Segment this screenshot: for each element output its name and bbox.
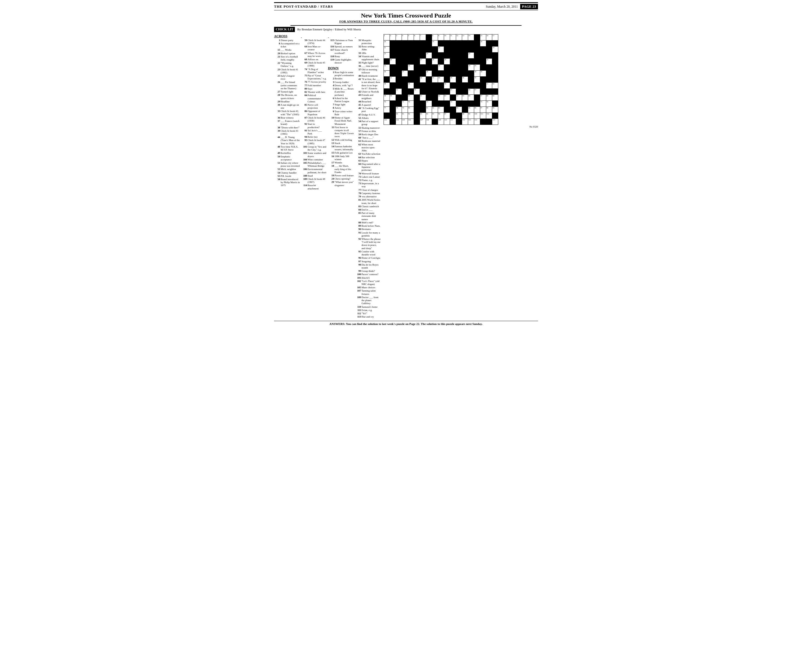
white-cell[interactable]: 21 xyxy=(384,47,390,53)
white-cell[interactable]: 81 xyxy=(426,107,432,113)
white-cell[interactable]: 27 xyxy=(420,58,426,65)
white-cell[interactable]: 18 xyxy=(384,40,390,47)
white-cell[interactable]: 56 xyxy=(468,89,474,95)
white-cell[interactable]: 75 xyxy=(480,101,486,107)
white-cell[interactable]: 114 xyxy=(474,119,480,125)
white-cell[interactable]: 93 xyxy=(420,113,426,119)
white-cell[interactable]: 52 xyxy=(492,82,498,89)
white-cell[interactable]: 32 xyxy=(408,65,414,71)
white-cell[interactable]: 10 xyxy=(444,34,450,40)
white-cell[interactable]: 86 xyxy=(474,107,480,113)
white-cell[interactable]: 34 xyxy=(468,65,474,71)
white-cell[interactable]: 16 xyxy=(486,34,492,40)
white-cell[interactable]: 12 xyxy=(456,34,462,40)
white-cell[interactable]: 39 xyxy=(474,71,480,77)
white-cell[interactable]: 82 xyxy=(432,107,438,113)
white-cell[interactable]: 48 xyxy=(384,82,390,89)
white-cell[interactable]: 62 xyxy=(438,95,444,101)
white-cell[interactable]: 60 xyxy=(408,95,414,101)
white-cell[interactable]: 6 xyxy=(414,34,420,40)
white-cell[interactable]: 58 xyxy=(384,95,390,101)
white-cell[interactable]: 69 xyxy=(492,95,498,101)
white-cell[interactable]: 8 xyxy=(432,34,438,40)
white-cell[interactable]: 20 xyxy=(480,40,486,47)
white-cell[interactable]: 77 xyxy=(384,107,390,113)
white-cell[interactable]: 51 xyxy=(486,82,492,89)
white-cell[interactable]: 85 xyxy=(468,107,474,113)
white-cell[interactable]: 96 xyxy=(438,113,444,119)
white-cell[interactable]: 50 xyxy=(444,82,450,89)
white-cell[interactable]: 59 xyxy=(390,95,396,101)
white-cell[interactable]: 99 xyxy=(468,113,474,119)
white-cell[interactable]: 11 xyxy=(450,34,456,40)
white-cell[interactable]: 68 xyxy=(486,95,492,101)
white-cell[interactable]: 41 xyxy=(390,77,396,82)
white-cell[interactable]: 70 xyxy=(384,101,390,107)
white-cell[interactable]: 18 xyxy=(492,47,498,53)
white-cell[interactable]: 95 xyxy=(432,113,438,119)
white-cell[interactable]: 79 xyxy=(402,107,408,113)
white-cell[interactable]: 76 xyxy=(486,101,492,107)
white-cell[interactable]: 44 xyxy=(438,77,444,82)
white-cell[interactable]: 61 xyxy=(420,95,426,101)
white-cell[interactable]: 87 xyxy=(480,107,486,113)
white-cell[interactable]: 1 xyxy=(384,34,390,40)
white-cell[interactable]: 102 xyxy=(486,113,492,119)
white-cell[interactable]: 66 xyxy=(468,95,474,101)
white-cell[interactable]: 47 xyxy=(474,77,480,82)
white-cell[interactable]: 83 xyxy=(438,107,444,113)
white-cell[interactable]: 25 xyxy=(468,53,474,58)
white-cell[interactable]: 63 xyxy=(444,95,450,101)
white-cell[interactable]: 4 xyxy=(402,34,408,40)
white-cell[interactable]: 3 xyxy=(396,34,402,40)
white-cell[interactable]: 23 xyxy=(384,53,390,58)
white-cell[interactable]: 73 xyxy=(426,101,432,107)
white-cell[interactable]: 78 xyxy=(396,107,402,113)
white-cell[interactable]: 91 xyxy=(402,113,408,119)
white-cell[interactable]: 106 xyxy=(408,119,414,125)
white-cell[interactable]: 57 xyxy=(474,89,480,95)
white-cell[interactable]: 54 xyxy=(414,89,420,95)
white-cell[interactable]: 35 xyxy=(474,65,480,71)
white-cell[interactable]: 97 xyxy=(444,113,450,119)
white-cell[interactable]: 2 xyxy=(390,34,396,40)
white-cell[interactable]: 36 xyxy=(384,71,390,77)
white-cell[interactable]: 90 xyxy=(396,113,402,119)
white-cell[interactable]: 100 xyxy=(474,113,480,119)
white-cell[interactable]: 113 xyxy=(468,119,474,125)
white-cell[interactable]: 67 xyxy=(480,95,486,101)
white-cell[interactable]: 101 xyxy=(480,113,486,119)
white-cell[interactable]: 71 xyxy=(402,101,408,107)
white-cell[interactable]: 22 xyxy=(438,47,444,53)
white-cell[interactable]: 14 xyxy=(468,34,474,40)
white-cell[interactable]: 89 xyxy=(492,107,498,113)
white-cell[interactable]: 42 xyxy=(420,77,426,82)
white-cell[interactable]: 109 xyxy=(438,119,444,125)
white-cell[interactable]: 112 xyxy=(462,119,468,125)
white-cell[interactable]: 33 xyxy=(438,65,444,71)
white-cell[interactable]: 88 xyxy=(486,107,492,113)
white-cell[interactable]: 104 xyxy=(396,119,402,125)
white-cell[interactable]: 17 xyxy=(492,34,498,40)
white-cell[interactable]: 108 xyxy=(426,119,432,125)
white-cell[interactable]: 37 xyxy=(402,71,408,77)
white-cell[interactable]: 92 xyxy=(408,113,414,119)
white-cell[interactable]: 29 xyxy=(444,58,450,65)
white-cell[interactable]: 94 xyxy=(426,113,432,119)
white-cell[interactable]: 80 xyxy=(408,107,414,113)
white-cell[interactable]: 19 xyxy=(432,40,438,47)
white-cell[interactable]: 105 xyxy=(402,119,408,125)
white-cell[interactable]: 30 xyxy=(486,58,492,65)
white-cell[interactable]: 49 xyxy=(408,82,414,89)
white-cell[interactable]: 46 xyxy=(462,77,468,82)
white-cell[interactable]: 111 xyxy=(450,119,456,125)
white-cell[interactable]: 64 xyxy=(456,95,462,101)
white-cell[interactable]: 28 xyxy=(432,58,438,65)
white-cell[interactable]: 38 xyxy=(426,71,432,77)
white-cell[interactable]: 65 xyxy=(462,95,468,101)
white-cell[interactable]: 115 xyxy=(492,119,498,125)
white-cell[interactable]: 40 xyxy=(480,71,486,77)
white-cell[interactable]: 45 xyxy=(450,77,456,82)
white-cell[interactable]: 7 xyxy=(420,34,426,40)
white-cell[interactable]: 55 xyxy=(450,89,456,95)
